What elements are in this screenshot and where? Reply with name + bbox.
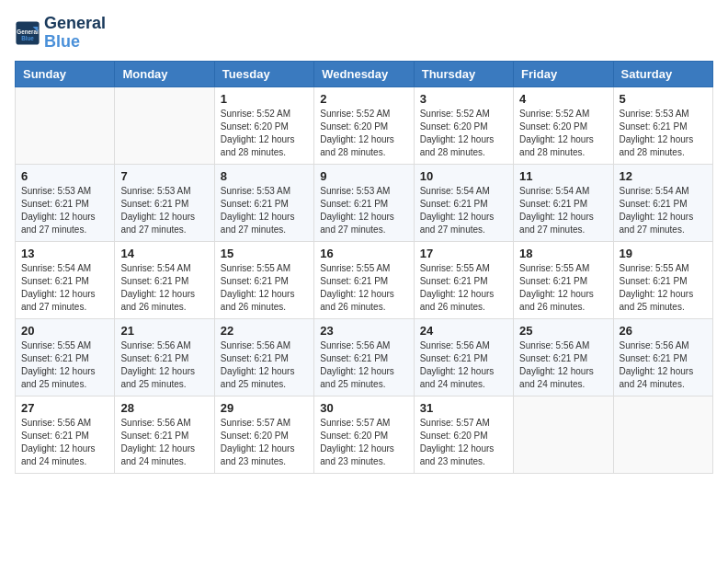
weekday-header-row: SundayMondayTuesdayWednesdayThursdayFrid… <box>16 61 713 86</box>
svg-text:Blue: Blue <box>21 35 34 41</box>
day-number: 22 <box>221 324 308 338</box>
day-info: Sunrise: 5:56 AMSunset: 6:21 PMDaylight:… <box>420 339 507 391</box>
calendar-cell: 23Sunrise: 5:56 AMSunset: 6:21 PMDayligh… <box>314 318 414 396</box>
day-number: 13 <box>21 247 108 260</box>
week-row-1: 1Sunrise: 5:52 AMSunset: 6:20 PMDaylight… <box>16 86 713 164</box>
day-number: 15 <box>221 247 308 260</box>
page-wrapper: General Blue GeneralBlue SundayMondayTue… <box>15 15 713 474</box>
calendar-cell: 15Sunrise: 5:55 AMSunset: 6:21 PMDayligh… <box>214 241 313 318</box>
weekday-header-wednesday: Wednesday <box>314 61 414 86</box>
day-info: Sunrise: 5:56 AMSunset: 6:21 PMDaylight:… <box>221 339 308 391</box>
day-number: 26 <box>620 324 707 338</box>
day-info: Sunrise: 5:53 AMSunset: 6:21 PMDaylight:… <box>21 185 108 236</box>
logo-icon: General Blue <box>15 20 40 46</box>
logo: General Blue GeneralBlue <box>15 15 106 52</box>
calendar-cell: 4Sunrise: 5:52 AMSunset: 6:20 PMDaylight… <box>514 86 613 164</box>
day-number: 14 <box>120 247 208 260</box>
day-number: 9 <box>320 169 407 183</box>
day-info: Sunrise: 5:53 AMSunset: 6:21 PMDaylight:… <box>320 185 407 236</box>
day-number: 23 <box>320 324 407 338</box>
day-info: Sunrise: 5:54 AMSunset: 6:21 PMDaylight:… <box>120 262 208 314</box>
day-info: Sunrise: 5:56 AMSunset: 6:21 PMDaylight:… <box>320 339 407 391</box>
calendar-cell: 25Sunrise: 5:56 AMSunset: 6:21 PMDayligh… <box>514 318 613 396</box>
day-number: 12 <box>620 169 707 183</box>
day-info: Sunrise: 5:56 AMSunset: 6:21 PMDaylight:… <box>120 417 208 468</box>
calendar-cell: 21Sunrise: 5:56 AMSunset: 6:21 PMDayligh… <box>115 318 214 396</box>
day-number: 11 <box>519 169 607 183</box>
calendar-cell <box>613 396 712 473</box>
day-number: 18 <box>519 247 607 260</box>
calendar-cell: 7Sunrise: 5:53 AMSunset: 6:21 PMDaylight… <box>115 164 214 241</box>
calendar-cell: 10Sunrise: 5:54 AMSunset: 6:21 PMDayligh… <box>414 164 513 241</box>
day-number: 6 <box>21 169 108 183</box>
day-info: Sunrise: 5:52 AMSunset: 6:20 PMDaylight:… <box>420 108 507 159</box>
day-number: 19 <box>620 247 707 260</box>
day-info: Sunrise: 5:56 AMSunset: 6:21 PMDaylight:… <box>21 417 108 468</box>
calendar-cell: 2Sunrise: 5:52 AMSunset: 6:20 PMDaylight… <box>314 86 414 164</box>
calendar-cell <box>16 86 115 164</box>
calendar-cell: 29Sunrise: 5:57 AMSunset: 6:20 PMDayligh… <box>214 396 313 473</box>
calendar-cell: 27Sunrise: 5:56 AMSunset: 6:21 PMDayligh… <box>16 396 115 473</box>
day-info: Sunrise: 5:56 AMSunset: 6:21 PMDaylight:… <box>620 339 707 391</box>
calendar-cell: 31Sunrise: 5:57 AMSunset: 6:20 PMDayligh… <box>414 396 513 473</box>
calendar-cell: 26Sunrise: 5:56 AMSunset: 6:21 PMDayligh… <box>613 318 712 396</box>
calendar-cell <box>514 396 613 473</box>
day-number: 1 <box>221 92 308 106</box>
calendar-cell: 20Sunrise: 5:55 AMSunset: 6:21 PMDayligh… <box>16 318 115 396</box>
day-info: Sunrise: 5:55 AMSunset: 6:21 PMDaylight:… <box>420 262 507 314</box>
calendar-cell: 24Sunrise: 5:56 AMSunset: 6:21 PMDayligh… <box>414 318 513 396</box>
weekday-header-friday: Friday <box>514 61 613 86</box>
weekday-header-saturday: Saturday <box>613 61 712 86</box>
calendar-cell: 5Sunrise: 5:53 AMSunset: 6:21 PMDaylight… <box>613 86 712 164</box>
calendar-cell: 14Sunrise: 5:54 AMSunset: 6:21 PMDayligh… <box>115 241 214 318</box>
calendar-cell: 30Sunrise: 5:57 AMSunset: 6:20 PMDayligh… <box>314 396 414 473</box>
day-info: Sunrise: 5:52 AMSunset: 6:20 PMDaylight:… <box>221 108 308 159</box>
svg-text:General: General <box>17 29 39 35</box>
day-info: Sunrise: 5:55 AMSunset: 6:21 PMDaylight:… <box>21 339 108 391</box>
day-number: 2 <box>320 92 407 106</box>
day-number: 7 <box>120 169 208 183</box>
week-row-4: 20Sunrise: 5:55 AMSunset: 6:21 PMDayligh… <box>16 318 713 396</box>
day-info: Sunrise: 5:57 AMSunset: 6:20 PMDaylight:… <box>320 417 407 468</box>
weekday-header-sunday: Sunday <box>16 61 115 86</box>
day-number: 8 <box>221 169 308 183</box>
calendar-cell: 12Sunrise: 5:54 AMSunset: 6:21 PMDayligh… <box>613 164 712 241</box>
header: General Blue GeneralBlue <box>15 15 713 52</box>
day-number: 27 <box>21 401 108 415</box>
day-number: 29 <box>221 401 308 415</box>
calendar-cell: 28Sunrise: 5:56 AMSunset: 6:21 PMDayligh… <box>115 396 214 473</box>
day-info: Sunrise: 5:54 AMSunset: 6:21 PMDaylight:… <box>21 262 108 314</box>
week-row-2: 6Sunrise: 5:53 AMSunset: 6:21 PMDaylight… <box>16 164 713 241</box>
day-number: 30 <box>320 401 407 415</box>
week-row-3: 13Sunrise: 5:54 AMSunset: 6:21 PMDayligh… <box>16 241 713 318</box>
day-info: Sunrise: 5:55 AMSunset: 6:21 PMDaylight:… <box>320 262 407 314</box>
calendar-table: SundayMondayTuesdayWednesdayThursdayFrid… <box>15 61 713 474</box>
day-info: Sunrise: 5:52 AMSunset: 6:20 PMDaylight:… <box>320 108 407 159</box>
day-number: 16 <box>320 247 407 260</box>
calendar-cell: 16Sunrise: 5:55 AMSunset: 6:21 PMDayligh… <box>314 241 414 318</box>
day-info: Sunrise: 5:54 AMSunset: 6:21 PMDaylight:… <box>420 185 507 236</box>
weekday-header-monday: Monday <box>115 61 214 86</box>
calendar-cell: 18Sunrise: 5:55 AMSunset: 6:21 PMDayligh… <box>514 241 613 318</box>
calendar-cell: 3Sunrise: 5:52 AMSunset: 6:20 PMDaylight… <box>414 86 513 164</box>
day-number: 10 <box>420 169 507 183</box>
calendar-cell: 9Sunrise: 5:53 AMSunset: 6:21 PMDaylight… <box>314 164 414 241</box>
day-info: Sunrise: 5:54 AMSunset: 6:21 PMDaylight:… <box>620 185 707 236</box>
weekday-header-tuesday: Tuesday <box>214 61 313 86</box>
day-info: Sunrise: 5:53 AMSunset: 6:21 PMDaylight:… <box>620 108 707 159</box>
day-number: 24 <box>420 324 507 338</box>
calendar-cell: 13Sunrise: 5:54 AMSunset: 6:21 PMDayligh… <box>16 241 115 318</box>
day-info: Sunrise: 5:53 AMSunset: 6:21 PMDaylight:… <box>221 185 308 236</box>
day-info: Sunrise: 5:57 AMSunset: 6:20 PMDaylight:… <box>420 417 507 468</box>
day-number: 3 <box>420 92 507 106</box>
day-info: Sunrise: 5:52 AMSunset: 6:20 PMDaylight:… <box>519 108 607 159</box>
day-number: 5 <box>620 92 707 106</box>
day-number: 28 <box>120 401 208 415</box>
weekday-header-thursday: Thursday <box>414 61 513 86</box>
calendar-cell: 22Sunrise: 5:56 AMSunset: 6:21 PMDayligh… <box>214 318 313 396</box>
calendar-cell <box>115 86 214 164</box>
day-number: 31 <box>420 401 507 415</box>
day-info: Sunrise: 5:54 AMSunset: 6:21 PMDaylight:… <box>519 185 607 236</box>
day-number: 17 <box>420 247 507 260</box>
day-number: 20 <box>21 324 108 338</box>
